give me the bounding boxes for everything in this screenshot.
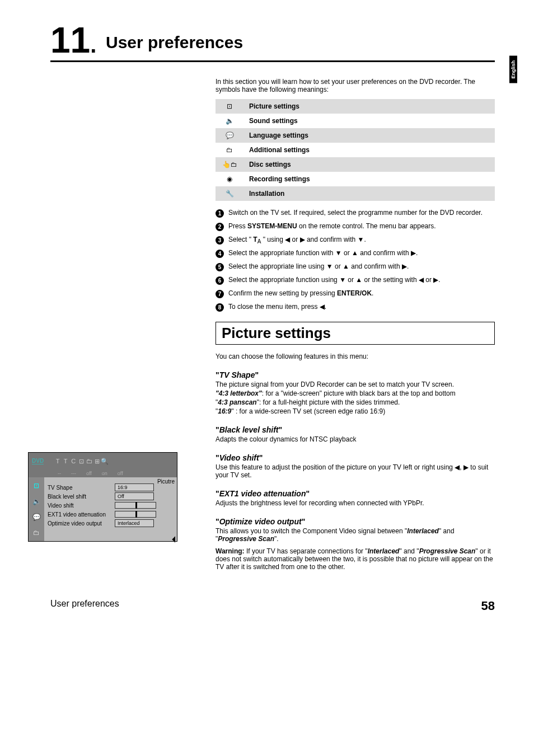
step-bullet: 6: [216, 276, 224, 285]
osd-preview: DVD TTC⊡🗀⊞🔍 -----offonoff ⊡🔈💬🗀 ▶ Picutre…: [28, 452, 177, 542]
step-bullet: 7: [216, 290, 224, 298]
osd-sidebar-icon: 🔈: [32, 497, 41, 505]
table-row: ◉ Recording settings: [216, 172, 495, 186]
page-number: 58: [481, 599, 495, 613]
osd-value: Off: [115, 492, 154, 500]
video-shift-head: "Video shift": [216, 453, 495, 462]
symbol-label: Installation: [243, 186, 495, 201]
step-text: Confirm the new setting by pressing ENTE…: [228, 289, 495, 297]
step-item: 5 Select the appropriate line using ▼ or…: [216, 262, 495, 271]
osd-setting-label: Optimize video output: [48, 520, 115, 527]
tv-shape-p3: "4:3 panscan": for a full-height picture…: [216, 398, 495, 406]
osd-panel: Picutre TV Shape16:9Black level shiftOff…: [44, 477, 177, 541]
osd-value: Interlaced: [115, 519, 154, 527]
symbol-icon: 🔧: [216, 186, 243, 201]
osd-slider: [115, 511, 156, 518]
black-level-p: Adapts the colour dynamics for NTSC play…: [216, 435, 495, 443]
opt-out-head: "Optimize video output": [216, 517, 495, 526]
symbol-label: Language settings: [243, 128, 495, 143]
osd-slider: [115, 502, 156, 509]
osd-sidebar-icon: 💬: [32, 513, 41, 521]
symbol-icon: ⊡: [216, 99, 243, 114]
osd-setting-label: Video shift: [48, 503, 115, 509]
section-intro: You can choose the following features in…: [216, 353, 495, 360]
table-row: 🔧 Installation: [216, 186, 495, 201]
step-text: Select " TA " using ◀ or ▶ and confirm w…: [228, 236, 495, 245]
osd-top-icon: 🔍: [101, 458, 109, 465]
osd-setting-row: TV Shape16:9: [48, 483, 174, 492]
step-bullet: 3: [216, 236, 224, 245]
chapter-dot: .: [90, 32, 96, 57]
osd-sidebar-icon: 🗀: [33, 529, 40, 537]
osd-top-icon: T: [62, 458, 69, 464]
osd-row2-value: off: [86, 471, 92, 476]
osd-top-icon: 🗀: [85, 458, 93, 464]
step-item: 7 Confirm the new setting by pressing EN…: [216, 289, 495, 298]
osd-row2-value: ---: [71, 471, 76, 476]
step-text: Switch on the TV set. If required, selec…: [228, 209, 495, 217]
step-text: To close the menu item, press ◀.: [228, 303, 495, 311]
symbol-label: Additional settings: [243, 143, 495, 157]
step-text: Select the appropriate function with ▼ o…: [228, 249, 495, 257]
osd-setting-row: Black level shiftOff: [48, 492, 174, 501]
osd-row2-value: off: [118, 471, 123, 476]
opt-out-p1: This allows you to switch the Component …: [216, 527, 495, 543]
osd-setting-row: EXT1 video attenuation: [48, 510, 174, 519]
steps-list: 1 Switch on the TV set. If required, sel…: [216, 209, 495, 312]
ext1-head: "EXT1 video attenuation": [216, 489, 495, 498]
symbol-icon: ◉: [216, 172, 243, 186]
symbol-icon: 🗀: [216, 143, 243, 157]
osd-setting-label: Black level shift: [48, 494, 115, 500]
symbol-icon: 👆🗀: [216, 157, 243, 172]
step-bullet: 1: [216, 209, 224, 218]
osd-top-icon: T: [54, 458, 62, 464]
tv-shape-p2: "4:3 letterbox": for a "wide-screen" pic…: [216, 389, 495, 397]
step-item: 8 To close the menu item, press ◀.: [216, 303, 495, 312]
ext1-p: Adjusts the brightness level for recordi…: [216, 499, 495, 507]
step-text: Select the appropriate line using ▼ or ▲…: [228, 262, 495, 270]
step-item: 3 Select " TA " using ◀ or ▶ and confirm…: [216, 236, 495, 245]
osd-top-icon: ⊞: [93, 458, 101, 465]
step-item: 1 Switch on the TV set. If required, sel…: [216, 209, 495, 218]
chapter-title: User preferences: [106, 33, 243, 51]
step-text: Press SYSTEM-MENU on the remote control.…: [228, 222, 495, 230]
osd-setting-row: Optimize video outputInterlaced: [48, 519, 174, 528]
osd-row2-value: --: [58, 471, 61, 476]
symbol-label: Picture settings: [243, 99, 495, 114]
opt-out-p2: Warning: If your TV has separate connect…: [216, 547, 495, 571]
osd-setting-row: Video shift: [48, 501, 174, 510]
language-tab: English: [509, 56, 517, 83]
table-row: 🗀 Additional settings: [216, 143, 495, 157]
osd-setting-label: TV Shape: [48, 485, 115, 491]
black-level-head: "Black level shift": [216, 425, 495, 434]
tv-shape-p1: The picture signal from your DVD Recorde…: [216, 381, 495, 388]
symbol-icon: 💬: [216, 128, 243, 143]
chapter-heading: 11. User preferences: [50, 22, 495, 62]
symbol-label: Recording settings: [243, 172, 495, 186]
intro-text: In this section you will learn how to se…: [216, 78, 495, 93]
table-row: 👆🗀 Disc settings: [216, 157, 495, 172]
osd-corner-label: Picutre: [157, 478, 175, 485]
symbol-label: Sound settings: [243, 114, 495, 128]
symbols-table: ⊡ Picture settings🔈 Sound settings💬 Lang…: [216, 99, 495, 201]
step-bullet: 4: [216, 250, 224, 258]
osd-topbar: DVD TTC⊡🗀⊞🔍: [29, 453, 177, 469]
osd-sidebar-icon: ⊡: [34, 482, 39, 490]
step-item: 6 Select the appropriate function using …: [216, 276, 495, 285]
osd-value: 16:9: [115, 483, 154, 491]
osd-top-icon: C: [69, 458, 77, 464]
osd-row2-value: on: [102, 471, 107, 476]
step-bullet: 2: [216, 223, 224, 231]
step-text: Select the appropriate function using ▼ …: [228, 276, 495, 284]
footer-left: User preferences: [50, 599, 119, 613]
table-row: 🔈 Sound settings: [216, 114, 495, 128]
step-item: 2 Press SYSTEM-MENU on the remote contro…: [216, 222, 495, 231]
osd-row2: -----offonoff: [29, 469, 177, 477]
chapter-number: 11: [50, 20, 90, 60]
osd-sidebar: ⊡🔈💬🗀: [29, 477, 44, 541]
step-item: 4 Select the appropriate function with ▼…: [216, 249, 495, 258]
step-bullet: 8: [216, 303, 224, 312]
section-title: Picture settings: [216, 322, 495, 345]
osd-dvd-label: DVD: [32, 458, 44, 464]
table-row: ⊡ Picture settings: [216, 99, 495, 114]
